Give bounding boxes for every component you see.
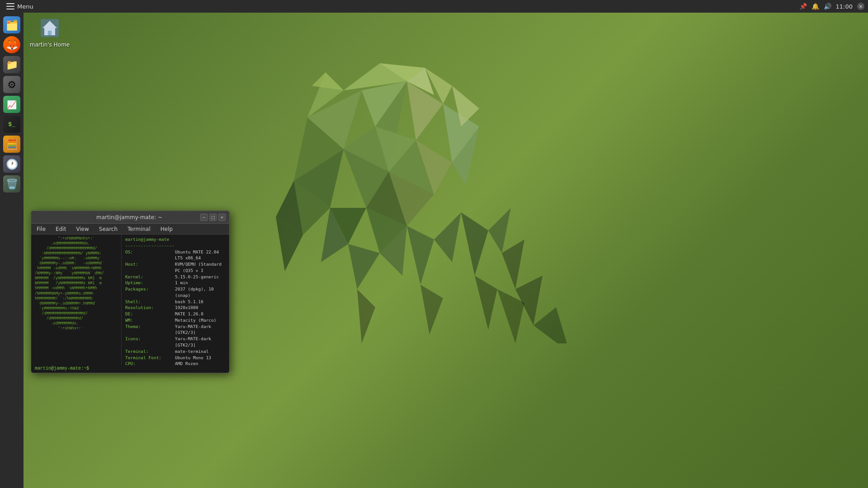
- svg-marker-26: [357, 289, 375, 343]
- sidebar-item-files[interactable]: 🗂️: [3, 16, 20, 33]
- sysinfo-theme-val: Yaru-MATE-dark [GTK2/3]: [175, 324, 226, 336]
- monitor-icon: 📈: [7, 100, 17, 109]
- sysinfo-kernel-key: Kernel:: [125, 274, 175, 280]
- left-sidebar: 🗂️ 🦊 📁 ⚙️ 📈 $_ 🧮 🕐 🗑️: [0, 13, 24, 488]
- volume-icon[interactable]: 🔊: [824, 3, 831, 10]
- settings-icon: ⚙️: [7, 79, 16, 90]
- menu-help[interactable]: Help: [159, 225, 175, 233]
- folder-icon: 📁: [6, 59, 18, 70]
- panel-close-button[interactable]: ✕: [857, 3, 864, 10]
- minimize-button[interactable]: −: [200, 214, 208, 221]
- sysinfo-kernel-val: 5.15.0-25-generic: [175, 274, 219, 280]
- pushpin-icon[interactable]: 📌: [799, 3, 807, 10]
- menu-file[interactable]: File: [35, 225, 47, 233]
- sysinfo-host-key: Host:: [125, 261, 175, 274]
- svg-marker-17: [348, 244, 380, 289]
- sidebar-item-folder[interactable]: 📁: [3, 56, 20, 73]
- terminal-menubar: File Edit View Search Terminal Help: [31, 224, 229, 235]
- calculator-icon: 🧮: [6, 139, 18, 150]
- bell-icon[interactable]: 🔔: [811, 3, 819, 10]
- sysinfo-os-key: OS:: [125, 249, 175, 262]
- terminal-window: martin@jammy-mate: ~ − □ × File Edit Vie…: [31, 211, 230, 373]
- sysinfo-shell-key: Shell:: [125, 299, 175, 305]
- sysinfo-icons-val: Yaru-MATE-dark [GTK2/3]: [175, 336, 226, 348]
- sysinfo-user: martin@jammy-mate: [125, 236, 175, 243]
- svg-marker-25: [420, 285, 443, 334]
- sysinfo-separator: -------------------: [125, 243, 175, 249]
- terminal-prompt[interactable]: martin@jammy-mate:~$: [31, 365, 229, 373]
- firefox-icon: 🦊: [6, 39, 18, 51]
- sysinfo-os-val: Ubuntu MATE 22.04 LTS x86_64: [175, 249, 226, 262]
- sysinfo-cpu-key: CPU:: [125, 361, 175, 365]
- sysinfo-packages-val: 2037 (dpkg), 10 (snap): [175, 286, 226, 299]
- desktop-icon-home[interactable]: martin's Home: [29, 17, 70, 49]
- sysinfo-uptime-key: Uptime:: [125, 280, 175, 286]
- sysinfo-theme-key: Theme:: [125, 324, 175, 336]
- svg-marker-37: [533, 307, 570, 343]
- sidebar-item-clock[interactable]: 🕐: [3, 155, 20, 173]
- menu-label: Menu: [17, 3, 33, 10]
- sidebar-item-calculator[interactable]: 🧮: [3, 136, 20, 153]
- terminal-titlebar: martin@jammy-mate: ~ − □ ×: [31, 211, 229, 224]
- terminal-sysinfo: martin@jammy-mate ------------------- OS…: [122, 235, 229, 365]
- sysinfo-icons-key: Icons:: [125, 336, 175, 348]
- terminal-title: martin@jammy-mate: ~: [58, 214, 200, 221]
- sysinfo-resolution-val: 868x488: [175, 305, 198, 311]
- terminal-body: ':+shNNNMNnhs+:` .odMMMMMMMMMMMdo. /dMMM…: [31, 235, 229, 365]
- svg-marker-20: [434, 212, 461, 262]
- sidebar-item-terminal[interactable]: $_: [3, 116, 20, 133]
- sysinfo-shell-val: bash 5.1.16: [175, 299, 203, 305]
- sysinfo-de-key: DE:: [125, 311, 175, 317]
- menu-edit[interactable]: Edit: [54, 225, 68, 233]
- menu-view[interactable]: View: [74, 225, 90, 233]
- sysinfo-cpu-val: AMD Ryzen Threadripper 3970X (1: [175, 361, 226, 365]
- jellyfish-wallpaper: [172, 36, 579, 343]
- sidebar-item-firefox[interactable]: 🦊: [3, 36, 20, 53]
- menu-icon: [6, 3, 14, 9]
- svg-rect-42: [48, 31, 52, 35]
- sidebar-item-monitor[interactable]: 📈: [3, 96, 20, 113]
- clock-icon: 🕐: [6, 159, 18, 170]
- files-icon: 🗂️: [6, 19, 18, 31]
- clock-display: 11:00: [836, 3, 853, 10]
- sidebar-item-settings[interactable]: ⚙️: [3, 76, 20, 93]
- top-panel: Menu 📌 🔔 🔊 11:00 ✕: [0, 0, 868, 13]
- sysinfo-de-val: MATE 1.26.0: [175, 311, 203, 317]
- svg-marker-23: [502, 239, 524, 289]
- terminal-ascii-art: ':+shNNNMNnhs+:` .odMMMMMMMMMMMdo. /dMMM…: [31, 235, 122, 365]
- trash-icon: 🗑️: [6, 178, 18, 190]
- sysinfo-terminal-val: mate-terminal: [175, 348, 208, 355]
- menu-terminal[interactable]: Terminal: [126, 225, 152, 233]
- sysinfo-resolution-key: Resolution:: [125, 305, 175, 311]
- sysinfo-wm-key: WM:: [125, 317, 175, 324]
- maximize-button[interactable]: □: [209, 214, 217, 221]
- sysinfo-host-val: KVM/QEMU (Standard PC (Q35 + I: [175, 261, 226, 274]
- svg-marker-21: [461, 212, 488, 276]
- sidebar-item-trash[interactable]: 🗑️: [3, 175, 20, 192]
- panel-right: 📌 🔔 🔊 11:00 ✕: [799, 3, 864, 10]
- window-controls: − □ ×: [200, 214, 226, 221]
- sysinfo-uptime-val: 1 min: [175, 280, 188, 286]
- sysinfo-wm-val: Metacity (Marco): [175, 317, 217, 324]
- terminal-icon: $_: [8, 121, 15, 128]
- home-icon-label: martin's Home: [30, 42, 70, 49]
- menu-button[interactable]: Menu: [4, 2, 36, 11]
- sysinfo-termfont-key: Terminal Font:: [125, 355, 175, 361]
- home-icon: [39, 17, 61, 39]
- close-button[interactable]: ×: [218, 214, 226, 221]
- svg-marker-30: [312, 72, 344, 90]
- sysinfo-terminal-key: Terminal:: [125, 348, 175, 355]
- sysinfo-termfont-val: Ubuntu Mono 13: [175, 355, 211, 361]
- svg-marker-22: [488, 208, 511, 253]
- svg-marker-19: [407, 226, 434, 285]
- svg-marker-38: [475, 276, 497, 330]
- panel-left: Menu: [4, 2, 36, 11]
- sysinfo-packages-key: Packages:: [125, 286, 175, 299]
- menu-search[interactable]: Search: [97, 225, 119, 233]
